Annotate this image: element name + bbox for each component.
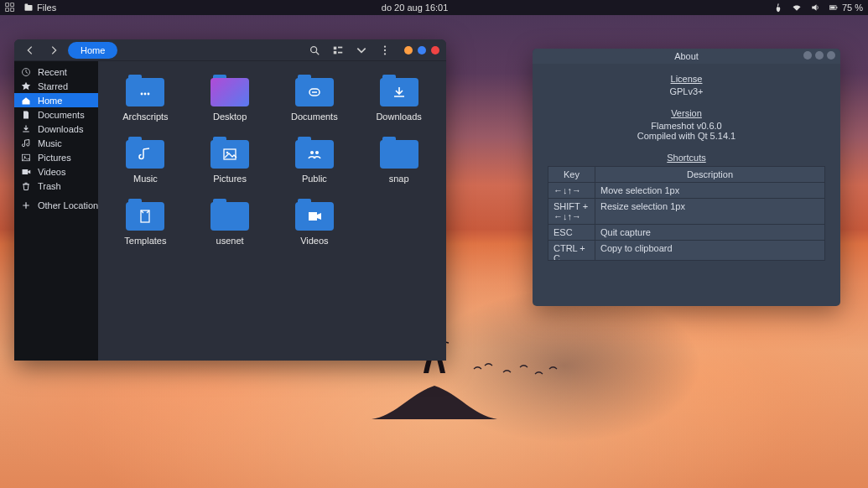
sidebar-item-recent[interactable]: Recent	[14, 65, 98, 79]
folder-snap[interactable]: snap	[356, 137, 441, 184]
clock-icon	[21, 67, 31, 77]
folder-label: Downloads	[376, 112, 421, 122]
shortcut-key: CTRL + C	[548, 241, 595, 260]
sidebar-item-label: Music	[38, 138, 62, 148]
shortcut-key: ESC	[548, 225, 595, 240]
volume-indicator-icon[interactable]	[810, 3, 820, 13]
folder-pictures[interactable]: Pictures	[188, 137, 273, 184]
view-mode-button[interactable]	[329, 41, 347, 60]
svg-point-26	[226, 152, 229, 154]
flame-indicator-icon[interactable]	[773, 3, 783, 13]
sidebar-item-other-locations[interactable]: Other Locations	[14, 198, 98, 212]
folder-videos[interactable]: Videos	[273, 199, 357, 246]
battery-indicator[interactable]: 75 %	[829, 3, 863, 13]
about-body: License GPLv3+ Version Flameshot v0.6.0 …	[533, 64, 840, 306]
svg-point-23	[148, 93, 150, 96]
sidebar-item-starred[interactable]: Starred	[14, 79, 98, 93]
shortcut-row: ESCQuit capture	[548, 225, 824, 241]
files-headerbar: Home	[14, 39, 446, 61]
files-content[interactable]: ArchscriptsDesktopDocumentsDownloadsMusi…	[98, 61, 446, 361]
music-icon	[21, 138, 31, 148]
shortcut-key: ←↓↑→	[548, 183, 595, 198]
download-icon	[21, 124, 31, 134]
folder-desktop[interactable]: Desktop	[188, 75, 273, 122]
folder-label: Desktop	[213, 112, 247, 122]
svg-rect-1	[11, 3, 14, 7]
sidebar-item-documents[interactable]: Documents	[14, 107, 98, 122]
activities-button[interactable]	[5, 3, 15, 13]
folder-music[interactable]: Music	[103, 137, 188, 184]
folder-downloads[interactable]: Downloads	[356, 75, 441, 122]
shortcut-row: ←↓↑→Move selection 1px	[548, 183, 824, 199]
folder-icon	[211, 75, 249, 106]
folder-archscripts[interactable]: Archscripts	[103, 75, 188, 122]
sidebar-item-videos[interactable]: Videos	[14, 164, 98, 179]
list-view-icon	[332, 44, 344, 56]
about-titlebar[interactable]: About	[533, 49, 840, 64]
sidebar-item-music[interactable]: Music	[14, 136, 98, 150]
svg-rect-12	[338, 46, 342, 48]
svg-rect-5	[25, 4, 29, 6]
search-button[interactable]	[305, 41, 324, 60]
sidebar-item-label: Pictures	[38, 153, 71, 163]
folder-label: Documents	[291, 112, 338, 122]
svg-rect-10	[334, 46, 337, 49]
clock[interactable]: do 20 aug 16:01	[56, 3, 773, 13]
folder-documents[interactable]: Documents	[273, 75, 357, 122]
shortcuts-col-desc: Description	[595, 167, 824, 182]
sidebar-item-downloads[interactable]: Downloads	[14, 122, 98, 136]
svg-rect-3	[11, 8, 14, 12]
folder-icon	[380, 137, 418, 169]
folder-label: Videos	[300, 236, 328, 246]
files-sidebar: RecentStarredHomeDocumentsDownloadsMusic…	[14, 61, 98, 361]
sidebar-item-pictures[interactable]: Pictures	[14, 150, 98, 164]
chevron-left-icon	[24, 44, 36, 56]
svg-point-21	[141, 93, 143, 96]
folder-icon	[380, 75, 418, 106]
search-icon	[309, 44, 320, 56]
network-indicator-icon[interactable]	[792, 3, 802, 13]
folder-icon	[126, 75, 164, 106]
sidebar-item-label: Trash	[38, 181, 61, 191]
shortcut-desc: Resize selection 1px	[595, 199, 824, 224]
star-icon	[21, 81, 31, 91]
maximize-button[interactable]	[815, 51, 824, 60]
minimize-button[interactable]	[803, 51, 812, 60]
svg-point-28	[315, 151, 319, 154]
svg-point-22	[144, 93, 147, 96]
forward-button[interactable]	[44, 41, 63, 60]
folder-label: Templates	[124, 236, 166, 246]
svg-point-16	[384, 53, 386, 55]
folder-public[interactable]: Public	[273, 137, 357, 184]
app-menu[interactable]: Files	[23, 3, 56, 13]
close-button[interactable]	[827, 51, 835, 60]
folder-icon	[295, 199, 334, 231]
shortcut-desc: Quit capture	[595, 225, 824, 240]
folder-label: Music	[133, 174, 158, 184]
folder-templates[interactable]: Templates	[103, 199, 188, 246]
folder-label: Public	[302, 174, 327, 184]
maximize-button[interactable]	[418, 46, 426, 55]
back-button[interactable]	[21, 41, 39, 60]
path-bar-home[interactable]: Home	[68, 42, 117, 59]
grid-icon	[5, 3, 15, 13]
svg-rect-30	[309, 212, 317, 221]
folder-label: Pictures	[213, 174, 247, 184]
sidebar-item-trash[interactable]: Trash	[14, 179, 98, 193]
minimize-button[interactable]	[404, 46, 413, 55]
sidebar-item-home[interactable]: Home	[14, 93, 98, 107]
license-value: GPLv3+	[548, 86, 825, 96]
svg-point-27	[310, 151, 314, 154]
view-options-button[interactable]	[352, 41, 371, 60]
folder-icon	[211, 199, 249, 231]
battery-label: 75 %	[842, 3, 863, 13]
folder-usenet[interactable]: usenet	[188, 199, 273, 246]
svg-rect-13	[338, 51, 342, 53]
top-panel: Files do 20 aug 16:01 75 %	[0, 0, 868, 15]
svg-point-15	[384, 49, 386, 50]
folder-label: Archscripts	[122, 112, 168, 122]
close-button[interactable]	[431, 46, 439, 55]
hamburger-menu-button[interactable]	[376, 41, 394, 60]
shortcut-key: SHIFT + ←↓↑→	[548, 199, 595, 224]
folder-label: usenet	[216, 236, 244, 246]
